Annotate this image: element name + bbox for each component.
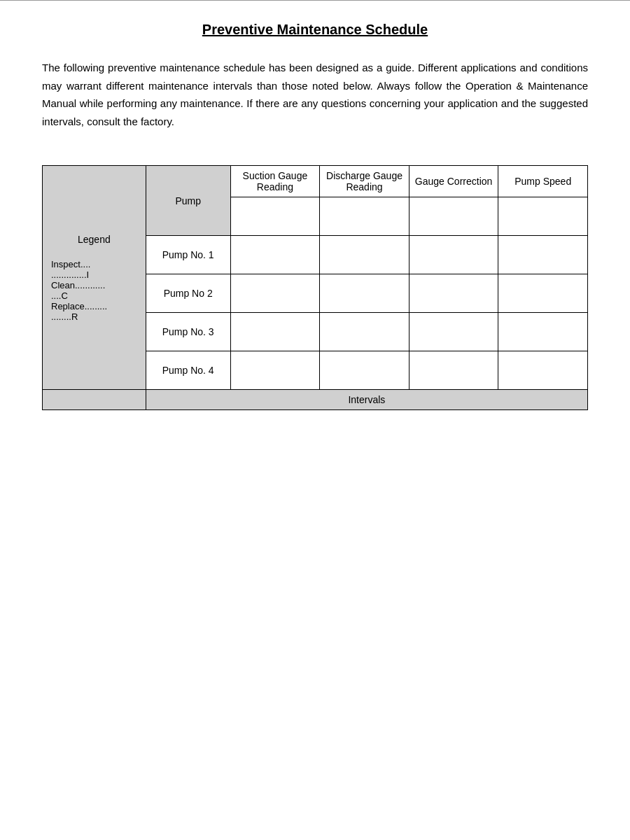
pump4-discharge <box>320 351 410 390</box>
page-title: Preventive Maintenance Schedule <box>202 22 428 37</box>
legend-cell: Legend Inspect.... ..............I Clean… <box>43 166 146 390</box>
pump4-suction <box>230 351 320 390</box>
legend-item-3: Clean............ <box>51 280 105 290</box>
table-section: Legend Inspect.... ..............I Clean… <box>0 165 630 410</box>
pump3-discharge <box>320 313 410 351</box>
pump1-speed-b <box>498 236 588 274</box>
intro-text: The following preventive maintenance sch… <box>0 59 630 130</box>
suction-col-header: Suction Gauge Reading <box>230 166 320 197</box>
legend-label: Legend <box>78 234 111 245</box>
pump2-suction <box>230 274 320 313</box>
pump1-suction <box>230 197 320 236</box>
page-container: Preventive Maintenance Schedule The foll… <box>0 0 630 840</box>
pump-speed-col-header: Pump Speed <box>498 166 588 197</box>
pump3-suction <box>230 313 320 351</box>
pump4-speed <box>498 351 588 390</box>
legend-item-4: ....C <box>51 290 68 301</box>
pump1-gauge-b <box>409 236 498 274</box>
title-section: Preventive Maintenance Schedule <box>0 22 630 38</box>
pump-no-3: Pump No. 3 <box>146 313 230 351</box>
legend-item-1: Inspect.... <box>51 259 90 270</box>
pump-no-4: Pump No. 4 <box>146 351 230 390</box>
legend-content: Legend Inspect.... ..............I Clean… <box>46 231 143 325</box>
gauge-correction-col-header: Gauge Correction <box>409 166 498 197</box>
pump2-speed <box>498 274 588 313</box>
pump1-gauge <box>409 197 498 236</box>
pump1-speed <box>498 197 588 236</box>
pump-col-header: Pump <box>146 166 230 236</box>
pump-no-1: Pump No. 1 <box>146 236 230 274</box>
pump1-discharge-b <box>320 236 410 274</box>
pump-no-2: Pump No 2 <box>146 274 230 313</box>
intervals-legend-cell <box>43 390 146 410</box>
legend-item-5: Replace......... <box>51 301 107 312</box>
pump3-speed <box>498 313 588 351</box>
header-row-1: Legend Inspect.... ..............I Clean… <box>43 166 588 197</box>
pump2-discharge <box>320 274 410 313</box>
discharge-col-header: Discharge Gauge Reading <box>320 166 410 197</box>
top-divider <box>0 0 630 1</box>
legend-item-6: ........R <box>51 312 78 322</box>
pump4-gauge <box>409 351 498 390</box>
pump1-discharge <box>320 197 410 236</box>
maintenance-table: Legend Inspect.... ..............I Clean… <box>42 165 588 410</box>
intervals-row: Intervals <box>43 390 588 410</box>
pump1-suction-b <box>230 236 320 274</box>
pump2-gauge <box>409 274 498 313</box>
intervals-label-cell: Intervals <box>146 390 587 410</box>
legend-item-2: ..............I <box>51 270 89 280</box>
pump3-gauge <box>409 313 498 351</box>
